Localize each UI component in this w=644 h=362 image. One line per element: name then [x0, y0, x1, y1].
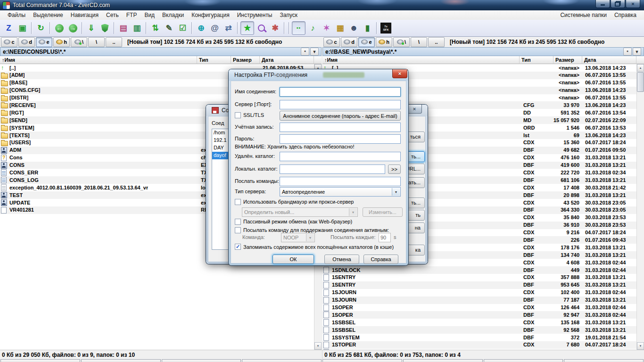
menu-item-Сеть[interactable]: Сеть [102, 12, 123, 18]
file-row[interactable]: 1SOPERDBF92 94731.03.2018 02:44 [322, 311, 636, 319]
ftp-settings-title-bar[interactable]: Настройка FTP-соединения [229, 69, 408, 81]
fkey-button[interactable] [0, 359, 80, 362]
scroll-down-icon[interactable]: ▼ [314, 342, 322, 350]
checklist-icon[interactable]: ☑ [176, 22, 189, 34]
help-button[interactable]: Справка [363, 255, 398, 264]
close-button[interactable]: × [626, 0, 640, 8]
file-row[interactable]: 1SSBSELDBF92 56831.03.2018 13:21 [322, 326, 636, 334]
menu-item-Файлы[interactable]: Файлы [4, 12, 29, 18]
music-note-icon[interactable]: ♪ [306, 22, 319, 34]
fkey-button[interactable] [403, 359, 483, 362]
account-input[interactable] [280, 123, 401, 132]
books-stack-icon[interactable]: ▤ [117, 22, 130, 34]
cancel-button[interactable]: Отмена [324, 255, 359, 264]
file-row[interactable]: 1STOPERCDX7 68004.07.2017 18:24 [322, 341, 636, 349]
dialog-close-button[interactable]: × [407, 105, 422, 114]
drive-button-1-d[interactable]: d [18, 37, 35, 47]
zvercd-z-icon[interactable]: Z [2, 22, 15, 34]
menu-item-Запуск[interactable]: Запуск [276, 12, 302, 18]
sort-updown-icon[interactable]: ⇅ [149, 22, 162, 34]
fkey-button[interactable] [81, 359, 161, 362]
menu-item-Справка[interactable]: Справка [611, 12, 640, 18]
column-header-Тип[interactable]: Тип [197, 56, 231, 64]
unpack-icon[interactable]: ⇓ [85, 22, 98, 34]
column-header-Дата[interactable]: Дата [260, 56, 314, 64]
file-row[interactable]: 1SOPERCDX126 46431.03.2018 02:44 [322, 304, 636, 312]
drive-button-5-\[interactable]: \ [411, 37, 427, 47]
file-row[interactable]: 1SENTRYDBF953 64531.03.2018 13:21 [322, 281, 636, 289]
fkey-button[interactable] [242, 359, 322, 362]
green-book-icon[interactable]: ▮ [361, 22, 374, 34]
column-header-Имя[interactable]: ↑Имя [322, 56, 520, 64]
drive-button-1-d[interactable]: d [341, 37, 357, 47]
favorites-star-icon[interactable]: ★ [240, 21, 254, 35]
7z-sfx-icon[interactable]: 7zSFX [380, 22, 392, 34]
file-row[interactable]: 1SJOURNCDX102 40031.03.2018 02:44 [322, 289, 636, 296]
drive-button-4-\[interactable]: \ [393, 37, 410, 47]
right-path-bar[interactable]: e:\!BASE_NEW\Pustaya\*.* * ▼ [322, 47, 644, 56]
drive-button-4-\[interactable]: \ [71, 37, 87, 47]
shield-icon[interactable] [99, 22, 111, 34]
forward-icon[interactable]: → [66, 22, 79, 34]
drive-button-0-c[interactable]: c [323, 37, 340, 47]
passive-mode-checkbox[interactable] [235, 219, 241, 225]
remote-dir-input[interactable] [280, 152, 401, 161]
fkey-button[interactable] [484, 359, 563, 362]
column-header-Размер[interactable]: Размер [553, 56, 582, 64]
fkey-button[interactable] [322, 359, 402, 362]
url-download-icon[interactable]: @ [208, 22, 221, 34]
dialog-close-button[interactable]: × [392, 69, 407, 78]
file-row[interactable]: 1SJOURNDBF77 18731.03.2018 13:21 [322, 296, 636, 304]
left-history-button[interactable]: ▼ [310, 48, 319, 56]
fkey-button[interactable] [162, 359, 241, 362]
multi-rename-icon[interactable]: ✱ [269, 22, 281, 34]
pack-files-icon[interactable]: ▣ [16, 22, 29, 34]
menu-item-Вкладки[interactable]: Вкладки [158, 12, 188, 18]
menu-item-FTP[interactable]: FTP [123, 12, 141, 18]
drive-button-5-\[interactable]: \ [88, 37, 105, 47]
left-favorites-button[interactable]: * [301, 48, 309, 56]
menu-item-Конфигурация[interactable]: Конфигурация [188, 12, 233, 18]
media-flower-icon[interactable]: ✶ [320, 22, 333, 34]
local-dir-input[interactable] [280, 165, 385, 174]
ssl-checkbox[interactable] [235, 112, 241, 118]
user-icon[interactable]: ☻ [347, 22, 360, 34]
fkey-button[interactable] [564, 359, 644, 362]
menu-item-Выделение[interactable]: Выделение [29, 12, 67, 18]
book-export-icon[interactable]: ▥ [131, 22, 143, 34]
menu-item-Системные папки[interactable]: Системные папки [556, 12, 611, 18]
drive-button-6-..[interactable]: .. [106, 37, 122, 47]
file-row[interactable]: 1SSBSELCDX135 16831.03.2018 13:21 [322, 319, 636, 326]
scroll-down-icon[interactable]: ▼ [637, 342, 644, 350]
ftp-new-connection-icon[interactable]: ⇄ [222, 22, 235, 34]
drive-button-6-..[interactable]: .. [428, 37, 445, 47]
scroll-up-icon[interactable]: ▲ [637, 64, 644, 72]
column-header-Имя[interactable]: ↑Имя [0, 56, 197, 64]
drive-button-3-h[interactable]: h [53, 37, 70, 47]
search-icon[interactable] [255, 22, 268, 34]
scrollbar-thumb[interactable] [637, 72, 644, 92]
keepalive-checkbox[interactable] [235, 227, 241, 233]
minimize-button[interactable] [595, 0, 610, 8]
drive-button-0-c[interactable]: c [1, 37, 17, 47]
right-history-button[interactable]: ▼ [633, 48, 641, 56]
column-header-Тип[interactable]: Тип [520, 56, 553, 64]
menu-item-Навигация[interactable]: Навигация [67, 12, 102, 18]
column-header-Размер[interactable]: Размер [231, 56, 260, 64]
file-row[interactable]: 1SENTRYCDX357 88831.03.2018 13:21 [322, 274, 636, 281]
drive-button-2-e[interactable]: e [358, 37, 375, 47]
drive-button-2-e[interactable]: e [36, 37, 52, 47]
file-row[interactable]: 1SSYSTEMDBF37219.01.2018 21:54 [322, 334, 636, 341]
server-input[interactable] [280, 100, 401, 109]
restore-button[interactable] [611, 0, 625, 8]
cache-checkbox[interactable]: ✓ [235, 244, 241, 250]
right-favorites-button[interactable]: * [623, 48, 632, 56]
menu-item-Инструменты[interactable]: Инструменты [233, 12, 276, 18]
server-type-combo[interactable]: Автоопределение ▼ [280, 187, 401, 197]
browse-local-dir-button[interactable]: >> [388, 165, 401, 174]
refresh-icon[interactable]: ↻ [34, 22, 47, 34]
column-header-Дата[interactable]: Дата [582, 56, 636, 64]
picture-icon[interactable]: ▦ [334, 22, 347, 34]
anonymous-login-button[interactable]: Анонимное соединение (пароль - адрес E-m… [280, 111, 401, 121]
ok-button[interactable]: ОК [272, 255, 314, 264]
